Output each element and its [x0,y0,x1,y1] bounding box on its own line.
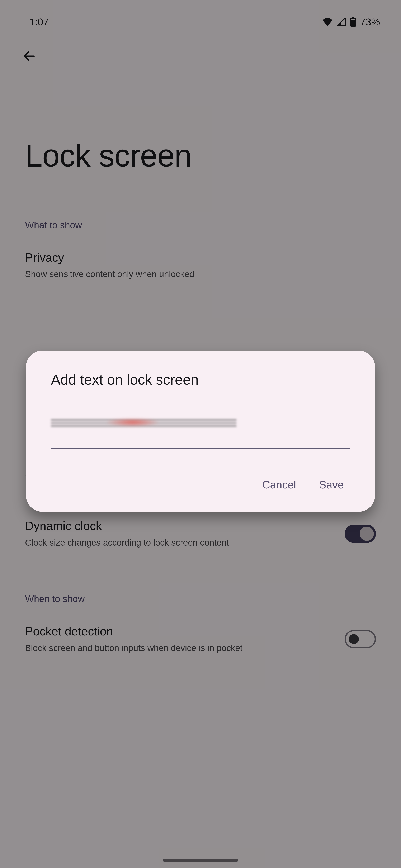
dialog-actions: Cancel Save [51,474,350,495]
redacted-input-content [51,417,236,429]
dialog-input-wrap [51,417,350,449]
settings-screen: 1:07 ! 73% Lock screen What to show Priv… [0,0,401,868]
lock-text-input[interactable] [51,430,350,449]
dialog-title: Add text on lock screen [51,371,350,388]
cancel-button[interactable]: Cancel [260,474,298,495]
add-text-dialog: Add text on lock screen Cancel Save [26,350,375,512]
save-button[interactable]: Save [317,474,346,495]
